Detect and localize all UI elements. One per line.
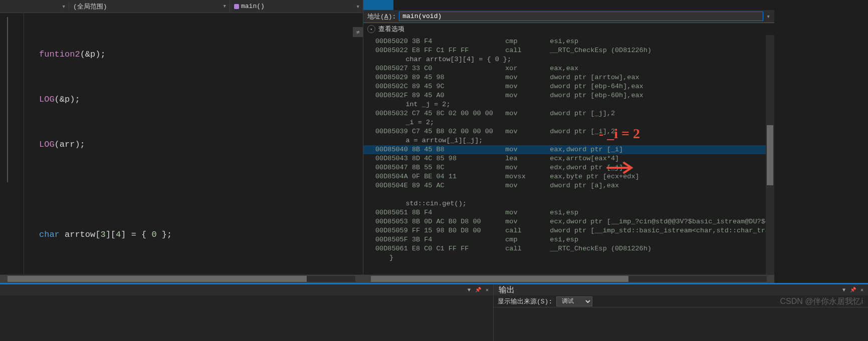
disasm-source-line[interactable]: char arrtow[3][4] = { 0 }; bbox=[375, 55, 774, 64]
disasm-instruction[interactable]: 00D85047 8B 55 8C mov edx,dword ptr [_j] bbox=[375, 163, 774, 172]
dropdown-icon[interactable]: ▾ bbox=[766, 13, 770, 21]
code-line: LOG(arr); bbox=[39, 137, 363, 152]
view-options-bar[interactable]: ▾ 查看选项 bbox=[363, 23, 774, 35]
disasm-instruction[interactable]: 00D85053 8B 0D AC B0 D8 00 mov ecx,dword… bbox=[375, 217, 774, 226]
function-dropdown[interactable]: main() bbox=[230, 2, 363, 11]
code-line: char arrtow[3][4] = { 0 }; bbox=[39, 227, 363, 242]
disasm-source-line[interactable]: } bbox=[375, 253, 774, 262]
output-title: 输出 bbox=[496, 285, 515, 295]
code-line: LOG(&p); bbox=[39, 92, 363, 107]
project-scope-dropdown[interactable] bbox=[0, 2, 69, 11]
chevron-down-icon[interactable]: ▾ bbox=[367, 25, 375, 33]
pin-icon[interactable]: 📌 bbox=[474, 286, 482, 294]
panel-header-right: 输出 ▼ 📌 ✕ bbox=[494, 284, 868, 295]
disasm-instruction[interactable]: 00D85032 C7 45 8C 02 00 00 00 mov dword … bbox=[375, 109, 774, 118]
dropdown-icon[interactable]: ▼ bbox=[840, 286, 848, 294]
address-input[interactable] bbox=[399, 12, 763, 21]
disasm-tab[interactable] bbox=[363, 0, 393, 10]
disasm-instruction[interactable]: 00D85039 C7 45 B8 02 00 00 00 mov dword … bbox=[375, 127, 774, 136]
global-scope-dropdown[interactable]: (全局范围) bbox=[69, 1, 230, 12]
code-line bbox=[39, 182, 363, 197]
disasm-instruction[interactable]: 00D85022 E8 FF C1 FF FF call __RTC_Check… bbox=[375, 46, 774, 55]
editor-hscrollbar[interactable] bbox=[0, 274, 363, 283]
function-name: main() bbox=[241, 3, 265, 10]
split-handle-icon[interactable]: ⇄ bbox=[353, 27, 363, 37]
disasm-source-line[interactable]: a = arrtow[_i][_j]; bbox=[375, 136, 774, 145]
output-source-label: 显示输出来源(S): bbox=[498, 297, 552, 306]
code-content[interactable]: funtion2(&p); LOG(&p); LOG(arr); char ar… bbox=[24, 13, 363, 274]
output-source-select[interactable]: 调试 bbox=[556, 296, 592, 306]
disasm-instruction[interactable]: 00D8504A 0F BE 04 11 movsx eax,byte ptr … bbox=[375, 172, 774, 181]
address-label: 地址(A): bbox=[367, 12, 396, 21]
function-icon bbox=[234, 4, 239, 9]
disasm-instruction[interactable]: 00D85051 8B F4 mov esi,esp bbox=[375, 208, 774, 217]
disasm-source-line[interactable]: _i = 2; bbox=[375, 118, 774, 127]
editor-area[interactable]: funtion2(&p); LOG(&p); LOG(arr); char ar… bbox=[0, 13, 363, 274]
panel-header-left: ▼ 📌 ✕ bbox=[0, 284, 493, 295]
disasm-instruction[interactable]: 00D85029 89 45 98 mov dword ptr [arrtow]… bbox=[375, 73, 774, 82]
disasm-instruction[interactable]: 00D85020 3B F4 cmp esi,esp bbox=[375, 37, 774, 46]
view-options-label: 查看选项 bbox=[378, 25, 404, 34]
scope-label: (全局范围) bbox=[73, 3, 107, 11]
editor-gutter[interactable] bbox=[0, 13, 24, 274]
disassembly-content[interactable]: 00D85020 3B F4 cmp esi,esp00D85022 E8 FF… bbox=[363, 35, 774, 274]
address-bar: 地址(A): ▾ bbox=[363, 10, 774, 23]
disasm-instruction[interactable]: 00D8502C 89 45 9C mov dword ptr [ebp-64h… bbox=[375, 82, 774, 91]
disasm-source-line[interactable]: int _j = 2; bbox=[375, 100, 774, 109]
close-icon[interactable]: ✕ bbox=[858, 286, 866, 294]
disasm-instruction[interactable]: 00D8502F 89 45 A0 mov dword ptr [ebp-60h… bbox=[375, 91, 774, 100]
code-line: int _j = 2; bbox=[39, 272, 363, 274]
disasm-instruction[interactable]: 00D8504E 89 45 AC mov dword ptr [a],eax bbox=[375, 181, 774, 190]
dropdown-icon[interactable]: ▼ bbox=[465, 286, 473, 294]
outline-bar bbox=[7, 17, 8, 182]
disasm-vscrollbar[interactable] bbox=[766, 35, 774, 274]
disasm-source-line[interactable]: std::cin.get(); bbox=[375, 199, 774, 208]
code-editor-pane: (全局范围) main() funtion2(&p); LOG(&p); LOG… bbox=[0, 0, 363, 283]
disassembly-pane: 地址(A): ▾ ▾ 查看选项 00D85020 3B F4 cmp esi,e… bbox=[363, 0, 774, 283]
disasm-instruction[interactable]: 00D8505F 3B F4 cmp esi,esp bbox=[375, 235, 774, 244]
code-line: funtion2(&p); bbox=[39, 47, 363, 62]
output-panel: 输出 ▼ 📌 ✕ 显示输出来源(S): 调试 bbox=[494, 284, 868, 341]
disasm-instruction[interactable]: 00D85027 33 C0 xor eax,eax bbox=[375, 64, 774, 73]
disasm-hscrollbar[interactable] bbox=[363, 274, 774, 283]
disasm-instruction[interactable]: 00D85043 8D 4C 85 98 lea ecx,arrtow[eax*… bbox=[375, 154, 774, 163]
disasm-instruction[interactable]: 00D85059 FF 15 98 B0 D8 00 call dword pt… bbox=[375, 226, 774, 235]
disasm-source-line[interactable] bbox=[375, 190, 774, 199]
pin-icon[interactable]: 📌 bbox=[849, 286, 857, 294]
close-icon[interactable]: ✕ bbox=[483, 286, 491, 294]
editor-toolbar: (全局范围) main() bbox=[0, 0, 363, 13]
disasm-instruction[interactable]: 00D85061 E8 C0 C1 FF FF call __RTC_Check… bbox=[375, 244, 774, 253]
watermark: CSDN @伴你永居我忆i bbox=[780, 296, 863, 307]
disasm-instruction[interactable]: 00D85040 8B 45 B8 mov eax,dword ptr [_i] bbox=[363, 145, 774, 154]
bottom-left-panel: ▼ 📌 ✕ bbox=[0, 284, 494, 341]
